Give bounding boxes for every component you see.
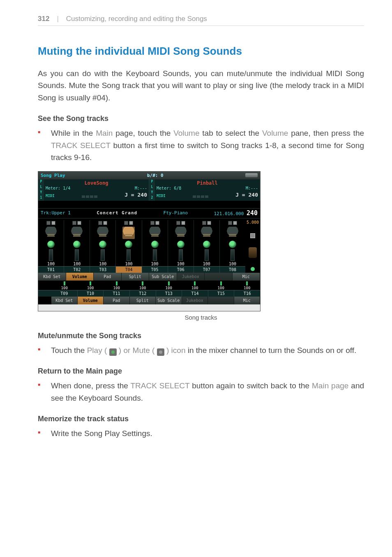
track-label-t02[interactable]: T02 bbox=[64, 267, 90, 273]
mixer-channel-t06[interactable]: 100 bbox=[168, 220, 194, 266]
tab-volume[interactable]: Volume bbox=[66, 273, 94, 281]
pan-knob[interactable] bbox=[99, 241, 106, 248]
mixer-channel-t03[interactable]: 100 bbox=[90, 220, 116, 266]
ref-volume: Volume bbox=[173, 129, 199, 137]
mixer-mini-t16[interactable]: 100 bbox=[234, 281, 261, 290]
tab2-sub-scale[interactable]: Sub Scale bbox=[156, 297, 182, 304]
tab2-jukebox[interactable]: Jukebox bbox=[182, 297, 208, 304]
track-label-t03[interactable]: T03 bbox=[90, 267, 116, 273]
instrument-icon[interactable] bbox=[149, 227, 161, 239]
mixer-channel-t02[interactable]: 100 bbox=[64, 220, 90, 266]
track-label-t15[interactable]: T15 bbox=[208, 290, 235, 297]
track-label-t05[interactable]: T05 bbox=[142, 267, 168, 273]
mixer-channel-t05[interactable]: 100 bbox=[142, 220, 168, 266]
pan-knob[interactable] bbox=[151, 241, 159, 248]
mixer-mini-t09[interactable]: 100 bbox=[51, 281, 78, 290]
pan-knob[interactable] bbox=[203, 241, 210, 248]
song1-panel[interactable]: LoveSong Meter: 1/4 M:--- MIDI J = 240 bbox=[44, 179, 149, 201]
mixer-channel-t04[interactable]: 100 bbox=[116, 220, 142, 266]
volume-value: 100 bbox=[203, 262, 210, 266]
pan-knob[interactable] bbox=[229, 241, 236, 248]
mute-toggle-icon[interactable] bbox=[233, 221, 237, 225]
volume-slider[interactable] bbox=[75, 249, 79, 261]
pan-knob[interactable] bbox=[73, 241, 81, 248]
instrument-icon[interactable] bbox=[201, 227, 213, 239]
play-toggle-icon[interactable] bbox=[202, 221, 206, 225]
pan-knob[interactable] bbox=[47, 241, 55, 248]
mute-toggle-icon[interactable] bbox=[129, 221, 133, 225]
tab-sub-scale[interactable]: Sub Scale bbox=[149, 273, 177, 281]
mixer-channel-t01[interactable]: 100 bbox=[38, 220, 64, 266]
track-label-t07[interactable]: T07 bbox=[194, 267, 220, 273]
track-label-t13[interactable]: T13 bbox=[156, 290, 182, 297]
play-toggle-icon[interactable] bbox=[176, 221, 180, 225]
mute-toggle-icon[interactable] bbox=[181, 221, 185, 225]
track-label-t12[interactable]: T12 bbox=[130, 290, 156, 297]
play-toggle-icon[interactable] bbox=[72, 221, 76, 225]
mute-toggle-icon[interactable] bbox=[155, 221, 159, 225]
intro-paragraph: As you can do with the Keyboard Sounds, … bbox=[38, 67, 364, 104]
tab-mic[interactable]: Mic bbox=[233, 273, 261, 281]
track-label-t16[interactable]: T16 bbox=[234, 290, 260, 297]
mixer-mini-t14[interactable]: 100 bbox=[182, 281, 208, 290]
volume-slider[interactable] bbox=[205, 249, 209, 261]
player2-indicator[interactable]: PLY2 bbox=[149, 179, 155, 201]
volume-slider[interactable] bbox=[101, 249, 105, 261]
volume-value: 100 bbox=[61, 286, 68, 290]
play-toggle-icon[interactable] bbox=[150, 221, 154, 225]
pan-knob[interactable] bbox=[177, 241, 184, 248]
instrument-icon[interactable] bbox=[175, 227, 187, 239]
volume-slider[interactable] bbox=[231, 249, 235, 261]
tab-jukebox[interactable]: Jukebox bbox=[177, 273, 205, 281]
volume-slider[interactable] bbox=[49, 249, 53, 261]
instrument-icon[interactable] bbox=[45, 227, 57, 239]
volume-value: 100 bbox=[218, 286, 224, 290]
mixer-mini-t12[interactable]: 100 bbox=[130, 281, 156, 290]
tab-kbd-set[interactable]: Kbd Set bbox=[38, 273, 66, 281]
play-toggle-icon[interactable] bbox=[228, 221, 232, 225]
play-toggle-icon[interactable] bbox=[98, 221, 102, 225]
mixer-mini-t10[interactable]: 100 bbox=[78, 281, 104, 290]
tab-blank bbox=[205, 273, 233, 281]
instrument-icon[interactable] bbox=[97, 227, 109, 239]
tab2-pad[interactable]: Pad bbox=[104, 297, 130, 304]
play-toggle-icon[interactable] bbox=[124, 221, 128, 225]
menu-icon[interactable] bbox=[245, 173, 258, 177]
instrument-icon[interactable] bbox=[226, 227, 239, 239]
tab-pad[interactable]: Pad bbox=[94, 273, 122, 281]
instrument-icon[interactable] bbox=[122, 227, 135, 239]
rail-toggle-icon[interactable] bbox=[250, 233, 255, 238]
mixer-channel-t08[interactable]: 100 bbox=[220, 220, 245, 266]
song2-panel[interactable]: Pinball Meter: 6/8 M:--- MIDI J = 240 bbox=[155, 179, 260, 201]
volume-value: 100 bbox=[99, 262, 106, 266]
pan-knob[interactable] bbox=[125, 241, 132, 248]
tab-split[interactable]: Split bbox=[122, 273, 150, 281]
mute-toggle-icon[interactable] bbox=[103, 221, 107, 225]
tab2-kbd-set[interactable]: Kbd Set bbox=[51, 297, 78, 304]
track-label-t08[interactable]: T08 bbox=[220, 267, 245, 273]
tab2-mic[interactable]: Mic bbox=[234, 297, 261, 304]
tab2-volume[interactable]: Volume bbox=[78, 297, 104, 304]
mute-toggle-icon[interactable] bbox=[51, 221, 55, 225]
volume-slider[interactable] bbox=[127, 249, 131, 261]
mixer-channel-t07[interactable]: 100 bbox=[194, 220, 220, 266]
mixer-mini-t13[interactable]: 100 bbox=[156, 281, 182, 290]
track-label-t04[interactable]: T04 bbox=[116, 267, 142, 273]
player1-indicator[interactable]: PLY1 bbox=[38, 179, 44, 201]
mute-toggle-icon[interactable] bbox=[207, 221, 211, 225]
volume-value: 100 bbox=[166, 286, 172, 290]
mute-toggle-icon[interactable] bbox=[77, 221, 81, 225]
mixer-mini-t15[interactable]: 100 bbox=[208, 281, 234, 290]
track-label-t01[interactable]: T01 bbox=[38, 267, 64, 273]
track-label-t06[interactable]: T06 bbox=[168, 267, 194, 273]
track-label-t10[interactable]: T10 bbox=[78, 290, 104, 297]
volume-slider[interactable] bbox=[153, 249, 157, 261]
track-label-t14[interactable]: T14 bbox=[182, 290, 208, 297]
tab2-split[interactable]: Split bbox=[130, 297, 156, 304]
track-label-t09[interactable]: T09 bbox=[51, 290, 78, 297]
track-label-t11[interactable]: T11 bbox=[104, 290, 130, 297]
mixer-mini-t11[interactable]: 100 bbox=[104, 281, 130, 290]
volume-slider[interactable] bbox=[179, 249, 183, 261]
instrument-icon[interactable] bbox=[71, 227, 83, 239]
play-toggle-icon[interactable] bbox=[46, 221, 51, 225]
